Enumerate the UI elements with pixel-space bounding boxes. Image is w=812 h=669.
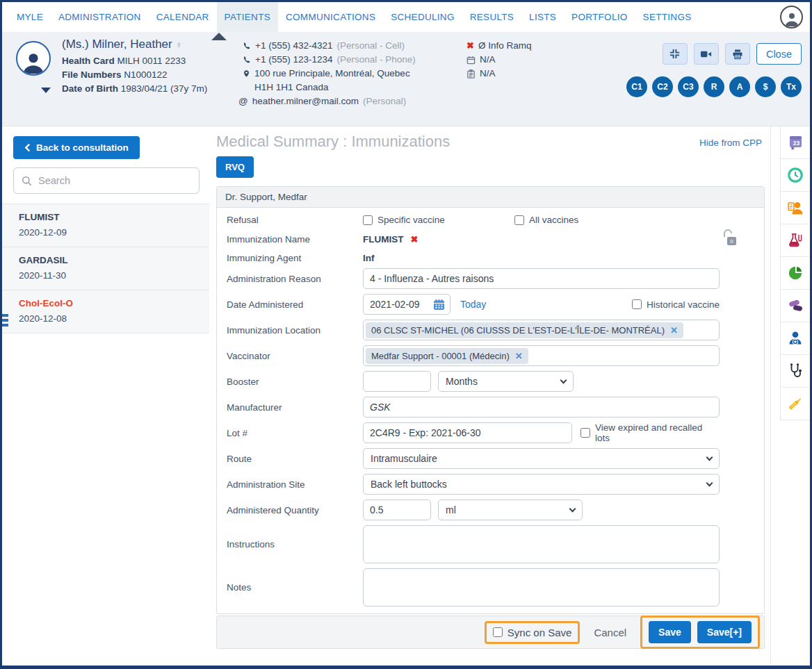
calendar-appointments-icon: 23★ [787,134,804,151]
quick-action-r[interactable]: R [704,76,724,97]
rvq-button[interactable]: RVQ [216,156,254,178]
toolbar-demographics-button[interactable] [781,192,810,224]
route-select[interactable]: Intramusculaire [363,448,720,469]
toolbar-immunizations-button[interactable] [781,388,810,420]
administration-site-select[interactable]: Back left buttocks [363,474,720,495]
quick-action-tx[interactable]: Tx [781,76,802,97]
view-expired-checkbox[interactable]: View expired and recalled lots [580,422,720,443]
user-avatar[interactable] [780,6,803,28]
calendar-picker-icon[interactable] [433,299,445,311]
phone1-number: +1 (555) 432-4321 [255,39,332,53]
nav-portfolio[interactable]: PORTFOLIO [564,2,635,32]
printer-icon [732,49,743,60]
all-vaccines-label: All vaccines [529,215,578,225]
sync-on-save-checkbox-input[interactable] [493,627,503,637]
quick-action-c2[interactable]: C2 [652,76,673,97]
phone-row-1: +1 (555) 432-4321 (Personal - Cell) [243,39,416,53]
manufacturer-input[interactable] [363,397,720,418]
nav-calendar[interactable]: CALENDAR [149,2,217,32]
specific-vaccine-checkbox-input[interactable] [363,215,373,225]
view-expired-checkbox-input[interactable] [580,428,590,438]
all-vaccines-checkbox-input[interactable] [514,215,524,225]
health-card-value: MILH 0011 2233 [117,56,186,66]
route-value: Intramusculaire [371,453,437,464]
instructions-row: Instructions [227,525,754,563]
instructions-textarea[interactable] [363,525,720,563]
remove-vaccinator-icon[interactable]: ✕ [515,351,523,361]
date-administered-input[interactable]: 2021-02-09 [363,294,450,315]
patient-avatar[interactable] [16,41,51,76]
notes-textarea[interactable] [363,568,720,606]
sync-highlight-box: Sync on Save [485,621,580,644]
all-vaccines-checkbox[interactable]: All vaccines [514,215,578,225]
patient-name: (Ms.) Milner, Heather [62,38,172,51]
remove-immunization-icon[interactable]: ✖ [411,234,419,245]
toolbar-consultations-button[interactable] [781,355,810,388]
booster-row: Booster Months [227,371,754,392]
list-item-chol-ecol-o[interactable]: Chol-Ecol-O 2020-12-08 [2,290,209,333]
booster-input[interactable] [363,371,431,392]
main-header: Medical Summary : Immunizations Hide fro… [213,126,765,151]
toolbar-referral-button[interactable] [781,322,810,355]
toolbar-lab-results-button[interactable] [781,224,810,257]
list-item-gardasil[interactable]: GARDASIL 2020-11-30 [2,247,209,290]
video-call-button[interactable] [694,43,719,65]
toolbar-medications-button[interactable] [781,290,810,322]
quick-action-billing[interactable]: $ [755,76,776,97]
task-value: N/A [480,67,496,81]
search-placeholder: Search [38,175,70,186]
remove-location-icon[interactable]: ✕ [670,325,678,336]
historical-vaccine-checkbox[interactable]: Historical vaccine [632,299,720,310]
video-camera-icon [700,49,712,59]
historical-vaccine-checkbox-input[interactable] [632,299,642,309]
nav-administration[interactable]: ADMINISTRATION [51,2,149,32]
immunization-form-panel: Dr. Support, Medfar Refusal Specific vac… [216,186,765,614]
quantity-input[interactable] [363,499,431,520]
patient-name-row: (Ms.) Milner, Heather ♀ [62,38,207,52]
search-input[interactable]: Search [13,167,200,194]
vaccinator-input[interactable]: Medfar Support - 00001 (Médecin) ✕ [363,345,720,366]
quick-action-a[interactable]: A [729,76,750,97]
sync-on-save-checkbox[interactable]: Sync on Save [493,627,572,638]
panel-drag-handle[interactable] [2,314,9,327]
item-name: GARDASIL [19,255,201,265]
print-button[interactable] [725,43,750,65]
right-icon-toolbar: 23★ [780,126,810,420]
toolbar-history-button[interactable] [781,159,810,192]
nav-scheduling[interactable]: SCHEDULING [383,2,462,32]
nav-myle[interactable]: MYLE [9,2,51,32]
close-button[interactable]: Close [756,43,802,65]
svg-text:★: ★ [790,145,795,151]
manufacturer-label: Manufacturer [227,402,363,413]
toolbar-statistics-button[interactable] [781,257,810,290]
nav-lists[interactable]: LISTS [521,2,564,32]
immunization-location-input[interactable]: 06 CLSC ST-MICHEL (06 CIUSSS DE L'EST-DE… [363,320,720,340]
save-button[interactable]: Save [649,621,691,643]
nav-communications[interactable]: COMMUNICATIONS [278,2,383,32]
vaccinator-chip: Medfar Support - 00001 (Médecin) ✕ [366,348,528,364]
specific-vaccine-checkbox[interactable]: Specific vaccine [363,215,514,225]
lot-row: Lot # View expired and recalled lots [227,422,754,443]
list-item-flumist[interactable]: FLUMIST 2020-12-09 [2,204,209,247]
hide-from-cpp-link[interactable]: Hide from CPP [699,138,762,148]
collapse-panels-button[interactable] [663,43,688,65]
nav-settings[interactable]: SETTINGS [635,2,699,32]
quantity-unit-select[interactable]: ml [438,499,583,520]
administration-reason-input[interactable] [363,268,720,289]
toolbar-appointments-button[interactable]: 23★ [781,126,810,159]
booster-unit-select[interactable]: Months [438,371,574,392]
cancel-button[interactable]: Cancel [587,622,633,643]
immunization-location-label: Immunization Location [227,325,363,336]
quick-action-c1[interactable]: C1 [626,76,647,97]
save-plus-button[interactable]: Save[+] [697,621,752,643]
patient-menu-caret[interactable] [41,88,51,98]
booster-field: Months [363,371,720,392]
unlock-button[interactable]: 0 [722,229,738,249]
nav-results[interactable]: RESULTS [462,2,521,32]
today-link[interactable]: Today [460,299,486,310]
lot-input[interactable] [363,422,572,443]
quick-action-c3[interactable]: C3 [678,76,699,97]
phone-icon [243,42,251,50]
ramq-text: Ø Info Ramq [478,39,532,53]
back-to-consultation-button[interactable]: Back to consultation [13,136,140,159]
